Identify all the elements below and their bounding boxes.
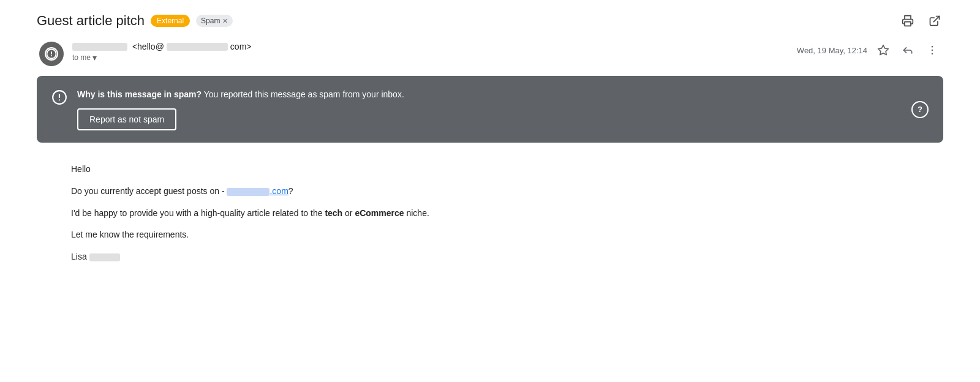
to-me[interactable]: to me ▾ <box>72 53 251 62</box>
email-line-question: Do you currently accept guest posts on -… <box>71 184 941 199</box>
sender-name-redacted <box>72 43 127 51</box>
badge-spam: Spam × <box>196 15 233 27</box>
print-button[interactable] <box>899 12 916 29</box>
report-not-spam-button[interactable]: Report as not spam <box>77 108 176 130</box>
email-line-hello: Hello <box>71 162 941 177</box>
sender-info: <hello@ com> to me ▾ <box>72 42 251 62</box>
more-options-icon <box>926 44 938 56</box>
email-line3-suffix: niche. <box>404 208 429 218</box>
spam-banner-content: Why is this message in spam? You reporte… <box>77 88 404 130</box>
spam-banner-left: Why is this message in spam? You reporte… <box>51 88 404 130</box>
more-options-button[interactable] <box>924 42 941 59</box>
sender-email-suffix: com> <box>230 42 252 51</box>
email-date: Wed, 19 May, 12:14 <box>797 46 867 55</box>
chevron-down-icon: ▾ <box>92 53 97 62</box>
email-body: Hello Do you currently accept guest post… <box>37 157 943 277</box>
email-line-requirements: Let me know the requirements. <box>71 228 941 242</box>
reply-icon <box>902 44 914 56</box>
svg-point-6 <box>932 46 933 48</box>
email-subject: Guest article pitch <box>37 13 145 29</box>
avatar-icon <box>45 47 58 61</box>
open-new-icon <box>929 15 941 27</box>
badge-spam-label: Spam <box>201 17 220 25</box>
spam-banner: Why is this message in spam? You reporte… <box>37 76 943 143</box>
reply-button[interactable] <box>899 42 916 59</box>
email-line-offer: I'd be happy to provide you with a high-… <box>71 206 941 221</box>
spam-warning-normal: You reported this message as spam from y… <box>202 89 404 99</box>
sender-domain-redacted <box>167 43 228 51</box>
svg-marker-5 <box>878 45 889 55</box>
email-title-row: Guest article pitch External Spam × <box>37 13 233 29</box>
email-link-com[interactable]: .com <box>270 186 288 196</box>
email-link-redacted <box>227 188 270 196</box>
sender-email-at: <hello@ <box>130 42 164 51</box>
warning-circle-icon <box>51 89 67 105</box>
email-line-signature: Lisa <box>71 250 941 264</box>
to-me-label: to me <box>72 53 91 62</box>
email-line2-prefix: Do you currently accept guest posts on - <box>71 186 227 196</box>
open-new-button[interactable] <box>926 12 943 29</box>
spam-banner-text: Why is this message in spam? You reporte… <box>77 88 404 101</box>
spam-help-button[interactable]: ? <box>911 101 929 118</box>
svg-point-8 <box>932 53 933 55</box>
header-icons <box>899 12 943 29</box>
email-header: Guest article pitch External Spam × <box>37 12 943 29</box>
email-line3-prefix: I'd be happy to provide you with a high-… <box>71 208 325 218</box>
sender-email: <hello@ com> <box>72 42 251 51</box>
badge-external: External <box>151 15 190 27</box>
email-signature-name: Lisa <box>71 252 87 261</box>
email-line2-suffix: ? <box>288 186 293 196</box>
sender-row: <hello@ com> to me ▾ Wed, 19 May, 12:14 <box>37 42 943 66</box>
email-last-name-redacted <box>89 253 120 261</box>
sender-left: <hello@ com> to me ▾ <box>39 42 251 66</box>
spam-warning-bold: Why is this message in spam? <box>77 89 202 99</box>
email-line3-tech: tech <box>325 208 342 218</box>
email-line3-ecommerce: eCommerce <box>355 208 404 218</box>
star-icon <box>877 44 889 56</box>
svg-point-7 <box>932 50 933 51</box>
email-line3-or: or <box>342 208 355 218</box>
star-button[interactable] <box>875 42 892 59</box>
svg-rect-0 <box>905 22 911 26</box>
print-icon <box>902 15 914 27</box>
spam-warning-icon <box>51 89 67 109</box>
avatar <box>39 42 64 66</box>
sender-right: Wed, 19 May, 12:14 <box>797 42 941 59</box>
badge-spam-close[interactable]: × <box>222 17 227 25</box>
svg-line-1 <box>933 17 939 22</box>
avatar-warning-icon <box>46 47 57 61</box>
